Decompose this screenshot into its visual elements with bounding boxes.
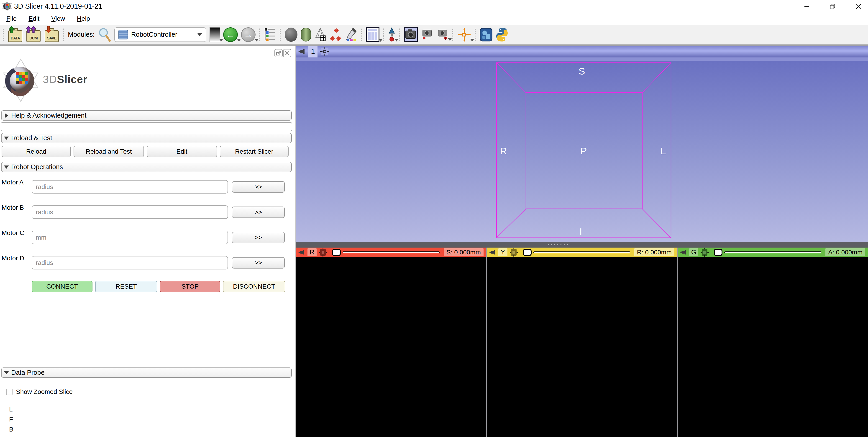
volumes-button[interactable] <box>301 28 311 41</box>
section-data-probe[interactable]: Data Probe <box>1 368 292 378</box>
module-previous-button[interactable]: ← <box>223 27 238 42</box>
toolbar-drag-handle[interactable] <box>452 28 454 41</box>
slice-name-badge[interactable]: R <box>308 248 317 256</box>
toolbar-drag-handle[interactable] <box>279 28 281 41</box>
threed-bar-shadow <box>296 57 868 61</box>
reload-and-test-button[interactable]: Reload and Test <box>73 146 144 157</box>
red-slice-viewport[interactable] <box>296 257 486 437</box>
menu-arrow-icon <box>470 39 474 41</box>
pin-icon[interactable] <box>489 249 497 256</box>
save-data-button[interactable]: SAVE <box>44 27 59 42</box>
slice-options-icon[interactable] <box>700 248 709 257</box>
threed-view-tab[interactable]: 1 <box>308 46 317 57</box>
crosshair-jump-button[interactable] <box>388 27 395 42</box>
motor-b-input[interactable] <box>32 205 228 219</box>
slice-offset-slider-handle[interactable] <box>714 249 722 256</box>
pin-icon[interactable] <box>680 249 687 256</box>
reset-button[interactable]: RESET <box>95 281 157 292</box>
slice-offset-slider-handle[interactable] <box>523 249 532 256</box>
python-console-button[interactable] <box>496 27 508 42</box>
section-title: Data Probe <box>11 369 44 376</box>
slice-offset-slider-handle[interactable] <box>332 249 341 256</box>
slice-offset-slider-track[interactable] <box>724 252 821 253</box>
view-options-icon[interactable] <box>320 47 330 57</box>
red-slice-controller-bar: R S: 0.000mm <box>296 247 486 257</box>
motor-b-send-button[interactable]: >> <box>232 207 285 218</box>
motor-c-send-button[interactable]: >> <box>232 232 285 243</box>
toolbar-drag-handle[interactable] <box>2 28 5 41</box>
crosshair-button[interactable] <box>457 27 471 42</box>
close-button[interactable] <box>848 0 868 12</box>
orientation-left: L <box>660 145 666 156</box>
module-history-button[interactable] <box>210 27 220 42</box>
toolbar-drag-handle[interactable] <box>259 28 261 41</box>
app-logo-icon <box>2 1 12 11</box>
module-list-button[interactable] <box>264 28 276 42</box>
toolbar-drag-handle[interactable] <box>360 28 363 41</box>
show-zoomed-slice-label: Show Zoomed Slice <box>16 388 73 396</box>
slice-name-badge[interactable]: Y <box>498 248 507 256</box>
threed-view-controller-bar: 1 <box>296 46 868 57</box>
pin-icon[interactable] <box>298 249 306 256</box>
scene-view-button[interactable] <box>421 28 433 41</box>
probe-row-b: B <box>9 426 13 433</box>
slice-offset-value: R: 0.000mm <box>634 248 675 256</box>
section-help-acknowledgement[interactable]: Help & Acknowledgement <box>1 110 292 121</box>
menu-edit[interactable]: Edit <box>23 14 45 24</box>
minimize-button[interactable] <box>796 0 818 12</box>
menu-arrow-icon <box>448 38 452 41</box>
models-button[interactable] <box>314 28 326 42</box>
toolbar-drag-handle[interactable] <box>62 28 65 41</box>
undock-panel-button[interactable] <box>275 49 283 57</box>
menu-help[interactable]: Help <box>71 14 96 24</box>
section-robot-operations[interactable]: Robot Operations <box>1 162 292 172</box>
extensions-manager-button[interactable] <box>480 27 492 42</box>
edit-button[interactable]: Edit <box>147 146 217 157</box>
annotations-button[interactable] <box>345 28 357 42</box>
toolbar-drag-handle[interactable] <box>474 28 476 41</box>
menu-file[interactable]: File <box>1 14 22 24</box>
show-zoomed-slice-checkbox[interactable] <box>6 389 12 395</box>
horizontal-splitter[interactable] <box>296 242 868 247</box>
connect-button[interactable]: CONNECT <box>32 281 92 292</box>
menu-arrow-icon <box>395 39 399 41</box>
volume-rendering-button[interactable] <box>285 28 298 42</box>
menu-arrow-icon <box>219 39 223 41</box>
slice-offset-slider-track[interactable] <box>343 252 440 253</box>
close-panel-button[interactable] <box>283 49 291 57</box>
scene-view-menu-button[interactable] <box>436 28 449 41</box>
motor-d-input[interactable] <box>32 256 228 269</box>
threed-viewport[interactable]: S R P L I <box>296 61 868 242</box>
layout-selector-button[interactable] <box>366 27 379 42</box>
toolbar-drag-handle[interactable] <box>399 28 401 41</box>
module-selector-combobox[interactable]: RobotController <box>114 27 206 42</box>
module-next-button[interactable]: → <box>241 27 255 42</box>
slice-options-icon[interactable] <box>509 248 518 257</box>
python-icon <box>496 27 508 42</box>
motor-d-send-button[interactable]: >> <box>232 257 285 268</box>
reload-button[interactable]: Reload <box>2 146 71 157</box>
motor-c-input[interactable] <box>32 231 228 244</box>
restart-slicer-button[interactable]: Restart Slicer <box>220 146 288 157</box>
motor-d-label: Motor D <box>2 255 24 262</box>
yellow-slice-viewport[interactable] <box>487 257 677 437</box>
stop-button[interactable]: STOP <box>160 281 220 292</box>
load-dicom-button[interactable]: DCM <box>26 27 41 42</box>
markups-fiducial-button[interactable] <box>329 28 342 42</box>
menu-view[interactable]: View <box>46 14 70 24</box>
pin-icon[interactable] <box>298 48 306 55</box>
restore-button[interactable] <box>822 0 843 12</box>
toolbar-drag-handle[interactable] <box>383 28 385 41</box>
slice-options-icon[interactable] <box>318 248 328 257</box>
motor-a-send-button[interactable]: >> <box>232 181 285 193</box>
slice-name-badge[interactable]: G <box>689 248 698 256</box>
load-data-button[interactable]: DATA <box>8 27 23 42</box>
layout-icon <box>366 27 379 42</box>
green-slice-viewport[interactable] <box>678 257 868 437</box>
module-search-button[interactable] <box>98 28 111 42</box>
disconnect-button[interactable]: DISCONNECT <box>223 281 285 292</box>
slice-offset-slider-track[interactable] <box>533 252 630 253</box>
section-reload-test[interactable]: Reload & Test <box>1 133 292 143</box>
screenshot-button[interactable] <box>404 27 418 42</box>
motor-a-input[interactable] <box>32 180 228 194</box>
